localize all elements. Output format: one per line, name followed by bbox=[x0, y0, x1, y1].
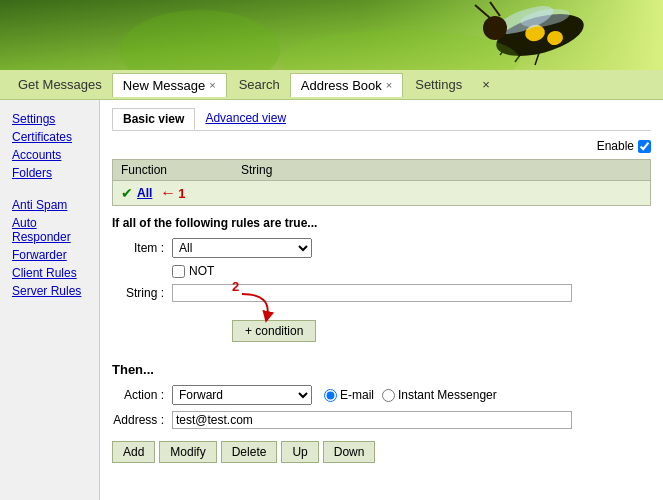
address-label: Address : bbox=[112, 413, 172, 427]
item-select[interactable]: All From To Subject Body bbox=[172, 238, 312, 258]
email-option[interactable]: E-mail bbox=[324, 388, 374, 402]
email-radio[interactable] bbox=[324, 389, 337, 402]
nav-get-messages[interactable]: Get Messages bbox=[8, 73, 112, 96]
content-area: Basic view Advanced view Enable Function… bbox=[100, 100, 663, 500]
rules-title: If all of the following rules are true..… bbox=[112, 216, 651, 230]
messenger-radio[interactable] bbox=[382, 389, 395, 402]
rules-table-header: Function String bbox=[112, 159, 651, 181]
item-control: All From To Subject Body bbox=[172, 238, 312, 258]
nav-settings[interactable]: Settings bbox=[405, 73, 472, 96]
address-input[interactable] bbox=[172, 411, 572, 429]
nav-new-message-label: New Message bbox=[123, 78, 205, 93]
delete-button[interactable]: Delete bbox=[221, 441, 278, 463]
address-control bbox=[172, 411, 572, 429]
nav-bar: Get Messages New Message × Search Addres… bbox=[0, 70, 663, 100]
sidebar-item-certificates[interactable]: Certificates bbox=[0, 128, 99, 146]
down-button[interactable]: Down bbox=[323, 441, 376, 463]
sidebar: Settings Certificates Accounts Folders A… bbox=[0, 100, 100, 500]
address-row: Address : bbox=[112, 411, 651, 429]
nav-new-message-tab[interactable]: New Message × bbox=[112, 73, 227, 97]
nav-address-book-label: Address Book bbox=[301, 78, 382, 93]
nav-settings-close[interactable]: × bbox=[472, 73, 500, 96]
item-label: Item : bbox=[112, 241, 172, 255]
tab-advanced-view[interactable]: Advanced view bbox=[195, 108, 296, 130]
action-label: Action : bbox=[112, 388, 172, 402]
tab-basic-view[interactable]: Basic view bbox=[112, 108, 195, 130]
top-banner bbox=[0, 0, 663, 70]
delivery-options: E-mail Instant Messenger bbox=[324, 388, 497, 402]
item-row: Item : All From To Subject Body bbox=[112, 238, 651, 258]
string-input[interactable] bbox=[172, 284, 572, 302]
action-row: Action : Forward Delete Move Copy E-mail bbox=[112, 385, 651, 405]
not-label: NOT bbox=[189, 264, 214, 278]
main-layout: Settings Certificates Accounts Folders A… bbox=[0, 100, 663, 500]
view-tabs: Basic view Advanced view bbox=[112, 108, 651, 131]
close-address-book-icon[interactable]: × bbox=[386, 79, 392, 91]
nav-address-book-tab[interactable]: Address Book × bbox=[290, 73, 403, 97]
email-label: E-mail bbox=[340, 388, 374, 402]
not-checkbox[interactable] bbox=[172, 265, 185, 278]
add-button[interactable]: Add bbox=[112, 441, 155, 463]
action-buttons: Add Modify Delete Up Down bbox=[112, 441, 651, 463]
col-string-header: String bbox=[241, 163, 642, 177]
all-row: ✔ All ← 1 bbox=[112, 181, 651, 206]
string-label: String : bbox=[112, 286, 172, 300]
sidebar-item-client-rules[interactable]: Client Rules bbox=[0, 264, 99, 282]
messenger-label: Instant Messenger bbox=[398, 388, 497, 402]
sidebar-item-server-rules[interactable]: Server Rules bbox=[0, 282, 99, 300]
sidebar-item-auto-responder[interactable]: Auto Responder bbox=[0, 214, 99, 246]
sidebar-section-2: Anti Spam Auto Responder Forwarder Clien… bbox=[0, 196, 99, 300]
add-condition-button[interactable]: + condition bbox=[232, 320, 316, 342]
up-button[interactable]: Up bbox=[281, 441, 318, 463]
string-row: String : bbox=[112, 284, 651, 302]
annotation-1-label: 1 bbox=[178, 186, 185, 201]
nav-search[interactable]: Search bbox=[229, 73, 290, 96]
sidebar-item-anti-spam[interactable]: Anti Spam bbox=[0, 196, 99, 214]
all-link[interactable]: All bbox=[137, 186, 152, 200]
enable-label: Enable bbox=[597, 139, 634, 153]
then-section: Then... Action : Forward Delete Move Cop… bbox=[112, 362, 651, 429]
messenger-option[interactable]: Instant Messenger bbox=[382, 388, 497, 402]
enable-checkbox[interactable] bbox=[638, 140, 651, 153]
sidebar-item-accounts[interactable]: Accounts bbox=[0, 146, 99, 164]
modify-button[interactable]: Modify bbox=[159, 441, 216, 463]
sidebar-item-folders[interactable]: Folders bbox=[0, 164, 99, 182]
col-function-header: Function bbox=[121, 163, 241, 177]
action-control: Forward Delete Move Copy bbox=[172, 385, 312, 405]
not-row: NOT bbox=[172, 264, 651, 278]
checkmark-icon: ✔ bbox=[121, 185, 133, 201]
annotation-1-arrow: ← 1 bbox=[160, 184, 185, 202]
svg-point-7 bbox=[483, 16, 507, 40]
sidebar-divider bbox=[0, 186, 99, 196]
sidebar-item-settings[interactable]: Settings bbox=[0, 110, 99, 128]
then-title: Then... bbox=[112, 362, 651, 377]
left-arrow-icon: ← bbox=[160, 184, 176, 202]
enable-row: Enable bbox=[112, 139, 651, 153]
sidebar-item-forwarder[interactable]: Forwarder bbox=[0, 246, 99, 264]
action-select[interactable]: Forward Delete Move Copy bbox=[172, 385, 312, 405]
string-control bbox=[172, 284, 572, 302]
close-new-message-icon[interactable]: × bbox=[209, 79, 215, 91]
sidebar-section-1: Settings Certificates Accounts Folders bbox=[0, 110, 99, 182]
